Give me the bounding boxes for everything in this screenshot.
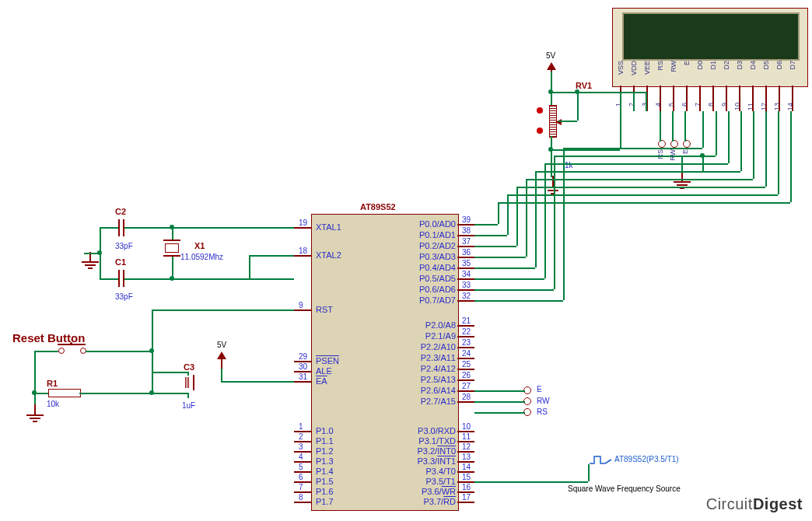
net-rs: RS: [537, 407, 548, 416]
c2-ref: C2: [115, 207, 126, 216]
pot-up[interactable]: [537, 107, 543, 114]
net-rw: RW: [537, 397, 549, 405]
rv1-val: 1k: [565, 161, 573, 170]
lcd-e-lbl: E: [681, 149, 689, 154]
pot-down[interactable]: [537, 128, 543, 134]
v5-left: 5V: [217, 341, 226, 349]
c1-val: 33pF: [115, 292, 133, 301]
reset-label: Reset Button: [12, 331, 85, 344]
c3-val: 1uF: [182, 401, 195, 410]
watermark: CircuitDigest: [706, 495, 803, 513]
source-label: Square Wave Frequency Source: [568, 484, 681, 493]
mcu-ref: AT89S52: [360, 202, 396, 212]
r1-val: 10k: [47, 400, 59, 408]
c3-ref: C3: [184, 362, 194, 372]
lcd-rs-lbl: RS: [656, 149, 664, 159]
x1-ref: X1: [194, 241, 205, 250]
crystal-symbol: [163, 240, 180, 257]
r1-ref: R1: [47, 379, 58, 388]
x1-val: 11.0592Mhz: [180, 253, 223, 261]
probe-icon: [590, 454, 611, 465]
rv1-ref: RV1: [576, 81, 592, 90]
probe-label: AT89S52(P3.5/T1): [614, 455, 679, 463]
r1-symbol: [48, 389, 81, 397]
net-e: E: [537, 385, 542, 393]
lcd-screen: [622, 12, 800, 61]
v5-right: 5V: [546, 51, 555, 60]
c1-ref: C1: [115, 257, 126, 267]
c2-val: 33pF: [115, 242, 133, 250]
